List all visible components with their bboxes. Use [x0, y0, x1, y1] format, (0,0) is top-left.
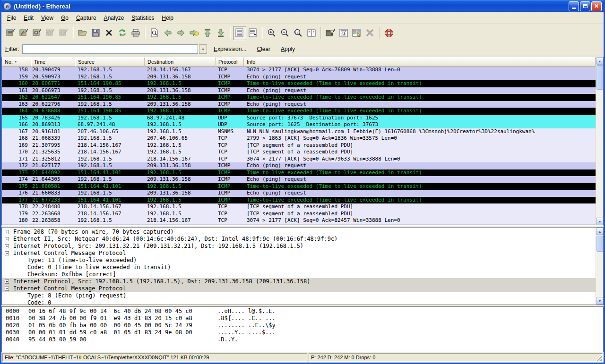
- expand-icon[interactable]: +: [5, 237, 9, 241]
- zoom-in-icon[interactable]: [265, 26, 278, 40]
- detail-line[interactable]: +Internet Protocol, Src: 192.168.1.5 (19…: [2, 278, 596, 285]
- print-icon[interactable]: [129, 26, 142, 40]
- packet-row[interactable]: 16821.068339192.168.1.5207.46.106.65TCP2…: [2, 135, 596, 142]
- column-header-time[interactable]: Time: [31, 57, 75, 67]
- column-header-destination[interactable]: Destination: [145, 57, 216, 67]
- go-to-bottom-icon[interactable]: [214, 26, 227, 40]
- capture-interfaces-icon[interactable]: [4, 26, 17, 40]
- detail-line[interactable]: +Ethernet II, Src: Netgear_40:d6:24 (00:…: [2, 236, 596, 243]
- colorize-list-icon[interactable]: [233, 26, 246, 40]
- resize-columns-icon[interactable]: [305, 26, 318, 40]
- go-back-icon[interactable]: [161, 26, 174, 40]
- collapse-icon[interactable]: −: [5, 287, 9, 291]
- hex-line[interactable]: 001000 38 24 7b 00 00 f9 01 e9 43 d1 83 …: [6, 315, 603, 322]
- hex-line[interactable]: 000000 16 6f 48 9f 9c 00 14 6c 40 d6 24 …: [6, 308, 603, 315]
- auto-scroll-icon[interactable]: [246, 26, 259, 40]
- coloring-rules-icon[interactable]: [350, 26, 363, 40]
- scroll-down-icon[interactable]: ▼: [596, 297, 604, 305]
- packet-row[interactable]: 17521.660581151.164.41.101192.168.1.5ICM…: [2, 183, 596, 190]
- filter-input[interactable]: [22, 44, 198, 54]
- open-file-icon[interactable]: [76, 26, 89, 40]
- collapse-icon[interactable]: −: [5, 251, 9, 255]
- details-scrollbar[interactable]: ▲ ▼: [596, 228, 603, 305]
- close-button[interactable]: ✕: [591, 1, 602, 11]
- menu-capture[interactable]: Capture: [72, 13, 100, 23]
- packet-row[interactable]: 15920.590973192.168.1.5209.131.36.158ICM…: [2, 74, 596, 81]
- column-header-no[interactable]: No.▾: [2, 57, 31, 67]
- packet-row[interactable]: 16720.916181207.46.106.65192.168.1.5MSNM…: [2, 128, 596, 135]
- packet-row[interactable]: 17021.325635218.14.156.167192.168.1.5TCP…: [2, 149, 596, 156]
- scroll-thumb[interactable]: [596, 65, 603, 90]
- restore-button[interactable]: [580, 1, 590, 11]
- packet-row[interactable]: 17221.627177192.168.1.5209.131.36.158ICM…: [2, 162, 596, 169]
- menu-statistics[interactable]: Statistics: [128, 13, 158, 23]
- hex-line[interactable]: 002001 05 0b 00 fb ba 00 00 00 00 45 00 …: [6, 322, 603, 329]
- packet-row[interactable]: 16220.622647151.164.190.85192.168.1.5ICM…: [2, 94, 596, 101]
- packet-row[interactable]: 16520.783426192.168.1.568.97.241.48UDPSo…: [2, 115, 596, 122]
- menu-file[interactable]: File: [3, 13, 20, 23]
- filter-dropdown-icon[interactable]: ▼: [199, 44, 207, 54]
- clear-button[interactable]: Clear: [253, 45, 274, 53]
- packet-row[interactable]: 16921.307995218.14.156.167192.168.1.5TCP…: [2, 142, 596, 149]
- menu-help[interactable]: Help: [158, 13, 177, 23]
- display-filter-icon[interactable]: [337, 26, 350, 40]
- detail-line[interactable]: Code: 0 (Time to live exceeded in transi…: [2, 264, 596, 271]
- packet-row[interactable]: 17121.325812192.168.1.5218.14.156.167TCP…: [2, 156, 596, 163]
- detail-line[interactable]: Code: 0: [2, 299, 596, 305]
- packet-row[interactable]: 16020.606771151.164.190.85192.168.1.5ICM…: [2, 80, 596, 87]
- zoom-out-icon[interactable]: [278, 26, 292, 40]
- capture-filter-icon[interactable]: [324, 26, 337, 40]
- column-header-source[interactable]: Source: [75, 57, 145, 67]
- go-to-packet-icon[interactable]: [188, 26, 201, 40]
- detail-line[interactable]: −Internet Control Message Protocol: [2, 250, 596, 257]
- packet-row[interactable]: 17321.644092151.164.41.101192.168.1.5ICM…: [2, 169, 596, 177]
- expression-button[interactable]: Expression...: [210, 45, 250, 53]
- column-header-protocol[interactable]: Protocol: [216, 57, 244, 67]
- menu-edit[interactable]: Edit: [20, 13, 37, 23]
- help-icon[interactable]: [382, 26, 396, 40]
- packet-list-scrollbar[interactable]: ▲ ▼: [596, 57, 603, 225]
- save-file-icon[interactable]: [89, 26, 103, 40]
- packet-row[interactable]: 16320.622796192.168.1.5209.131.36.158ICM…: [2, 101, 596, 108]
- packet-row[interactable]: 15820.390479192.168.1.5218.14.156.167TCP…: [2, 67, 596, 74]
- minimize-button[interactable]: [569, 1, 579, 11]
- capture-start-icon[interactable]: [31, 26, 44, 40]
- zoom-normal-icon[interactable]: 1:1: [292, 26, 305, 40]
- resize-grip[interactable]: [596, 355, 602, 361]
- detail-line[interactable]: −Internet Control Message Protocol: [2, 285, 596, 292]
- close-file-icon[interactable]: [103, 26, 116, 40]
- capture-options-icon[interactable]: [17, 26, 31, 40]
- detail-line[interactable]: Type: 8 (Echo (ping) request): [2, 292, 596, 299]
- scroll-up-icon[interactable]: ▲: [596, 228, 604, 235]
- packet-row[interactable]: 16620.86931368.97.241.48192.168.1.5UDPSo…: [2, 121, 596, 128]
- scroll-up-icon[interactable]: ▲: [596, 57, 604, 65]
- packet-row[interactable]: 18122.664360192.168.1.5209.131.36.158ICM…: [2, 224, 596, 226]
- packet-row[interactable]: 17621.660833192.168.1.5209.131.36.158ICM…: [2, 190, 596, 197]
- scroll-down-icon[interactable]: ▼: [596, 218, 604, 225]
- column-header-info[interactable]: Info: [244, 57, 596, 67]
- scroll-thumb[interactable]: [596, 236, 603, 252]
- go-forward-icon[interactable]: [174, 26, 188, 40]
- detail-line[interactable]: Type: 11 (Time-to-live exceeded): [2, 257, 596, 264]
- detail-line[interactable]: +Frame 208 (70 bytes on wire, 70 bytes c…: [2, 229, 596, 236]
- packet-row[interactable]: 17721.677233151.164.41.101192.168.1.5ICM…: [2, 197, 596, 204]
- apply-button[interactable]: Apply: [277, 45, 299, 53]
- expand-icon[interactable]: +: [5, 279, 9, 284]
- hex-line[interactable]: 004095 44 03 00 59 00.D..Y.: [6, 336, 603, 343]
- packet-row[interactable]: 16420.638688151.164.190.85192.168.1.5ICM…: [2, 108, 596, 115]
- find-packet-icon[interactable]: [148, 26, 161, 40]
- reload-icon[interactable]: [116, 26, 129, 40]
- menu-view[interactable]: View: [37, 13, 57, 23]
- detail-line[interactable]: +Internet Protocol, Src: 209.131.32.21 (…: [2, 243, 596, 250]
- packet-row[interactable]: 17421.644305192.168.1.5209.131.36.158ICM…: [2, 176, 596, 183]
- packet-bytes-pane[interactable]: 000000 16 6f 48 9f 9c 00 14 6c 40 d6 24 …: [1, 306, 604, 352]
- packet-row[interactable]: 17822.248480218.14.156.167192.168.1.5TCP…: [2, 203, 596, 211]
- packet-row[interactable]: 17922.263668218.14.156.167192.168.1.5TCP…: [2, 211, 596, 218]
- expand-icon[interactable]: +: [5, 244, 9, 248]
- preferences-icon[interactable]: [363, 26, 377, 40]
- menu-analyze[interactable]: Analyze: [100, 13, 128, 23]
- packet-row[interactable]: 18022.263858192.168.1.5218.14.156.167TCP…: [2, 217, 596, 224]
- detail-line[interactable]: Checksum: 0xfbba [correct]: [2, 271, 596, 278]
- go-to-top-icon[interactable]: [201, 26, 214, 40]
- menu-go[interactable]: Go: [57, 13, 72, 23]
